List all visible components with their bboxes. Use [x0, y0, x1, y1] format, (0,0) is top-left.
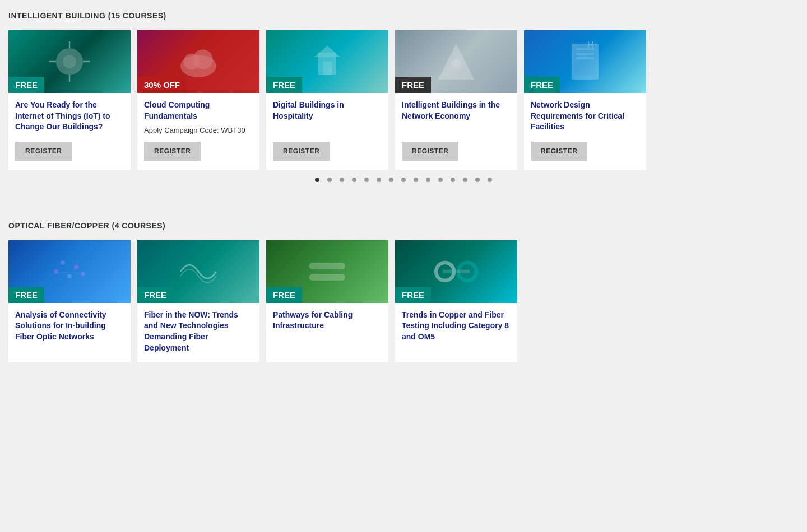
card-digital-buildings: FREE Digital Buildings in Hospitality RE…: [266, 30, 388, 170]
card-fiber-now-image: FREE: [137, 240, 259, 303]
svg-point-12: [452, 59, 461, 68]
card-intelligent-buildings-image: FREE: [395, 30, 517, 93]
network-design-register-button[interactable]: REGISTER: [531, 142, 587, 161]
card-iot-footer: REGISTER: [8, 142, 131, 170]
card-analysis: FREE Analysis of Connectivity Solutions …: [8, 240, 131, 362]
card-intelligent-buildings-footer: REGISTER: [395, 142, 517, 170]
card-intelligent-buildings-body: Intelligent Buildings in the Network Eco…: [395, 93, 517, 142]
dot-7[interactable]: [389, 178, 393, 182]
dot-3[interactable]: [340, 178, 344, 182]
dot-15[interactable]: [488, 178, 492, 182]
card-trends-copper-body: Trends in Copper and Fiber Testing Inclu…: [395, 303, 517, 362]
dot-12[interactable]: [451, 178, 455, 182]
optical-fiber-section: OPTICAL FIBER/COPPER (4 COURSES): [0, 210, 807, 368]
svg-rect-10: [323, 62, 332, 75]
card-digital-buildings-footer: REGISTER: [266, 142, 388, 170]
card-iot: FREE Are You Ready for the Internet of T…: [8, 30, 131, 170]
intelligent-buildings-title: Intelligent Buildings in the Network Eco…: [402, 100, 511, 122]
card-digital-buildings-image: FREE: [266, 30, 388, 93]
intelligent-building-title: INTELLIGENT BUILDING (15 COURSES): [8, 11, 799, 20]
card-intelligent-buildings: FREE Intelligent Buildings in the Networ…: [395, 30, 517, 170]
cloud-title: Cloud Computing Fundamentals: [144, 100, 253, 122]
svg-point-1: [63, 55, 76, 68]
dot-9[interactable]: [414, 178, 418, 182]
network-design-title: Network Design Requirements for Critical…: [531, 100, 639, 133]
card-analysis-body: Analysis of Connectivity Solutions for I…: [8, 303, 131, 362]
card-pathways-body: Pathways for Cabling Infrastructure: [266, 303, 388, 362]
pathways-title: Pathways for Cabling Infrastructure: [273, 310, 382, 332]
analysis-badge: FREE: [8, 287, 44, 303]
svg-rect-15: [576, 53, 594, 55]
card-trends-copper-image: FREE: [395, 240, 517, 303]
dot-10[interactable]: [426, 178, 430, 182]
card-iot-body: Are You Ready for the Internet of Things…: [8, 93, 131, 142]
svg-rect-24: [309, 263, 345, 269]
card-network-design-footer: REGISTER: [524, 142, 646, 170]
card-cloud-body: Cloud Computing Fundamentals Apply Campa…: [137, 93, 259, 142]
dot-5[interactable]: [364, 178, 369, 182]
iot-register-button[interactable]: REGISTER: [15, 142, 72, 161]
card-fiber-now-body: Fiber in the NOW: Trends and New Technol…: [137, 303, 259, 362]
card-pathways: FREE Pathways for Cabling Infrastructure: [266, 240, 388, 362]
intelligent-building-cards-row: FREE Are You Ready for the Internet of T…: [8, 30, 799, 170]
dot-13[interactable]: [463, 178, 467, 182]
card-network-design-image: H FREE: [524, 30, 646, 93]
optical-fiber-title: OPTICAL FIBER/COPPER (4 COURSES): [8, 221, 799, 230]
cloud-badge: 30% OFF: [137, 77, 187, 93]
trends-copper-badge: FREE: [395, 287, 431, 303]
digital-buildings-badge: FREE: [266, 77, 302, 93]
digital-buildings-title: Digital Buildings in Hospitality: [273, 100, 382, 122]
card-pathways-image: FREE: [266, 240, 388, 303]
digital-buildings-register-button[interactable]: REGISTER: [273, 142, 330, 161]
dot-11[interactable]: [438, 178, 443, 182]
intelligent-buildings-badge: FREE: [395, 77, 431, 93]
svg-rect-28: [443, 270, 470, 273]
card-network-design-body: Network Design Requirements for Critical…: [524, 93, 646, 142]
svg-rect-25: [309, 274, 345, 281]
optical-fiber-cards-row: FREE Analysis of Connectivity Solutions …: [8, 240, 799, 362]
dot-4[interactable]: [352, 178, 356, 182]
dot-6[interactable]: [377, 178, 381, 182]
card-analysis-image: FREE: [8, 240, 131, 303]
network-design-badge: FREE: [524, 77, 560, 93]
cloud-subtitle: Apply Campaign Code: WBT30: [144, 126, 253, 134]
iot-badge: FREE: [8, 77, 44, 93]
dot-1[interactable]: [315, 178, 319, 182]
intelligent-building-dots: [8, 170, 799, 193]
svg-point-19: [61, 260, 65, 265]
svg-point-8: [193, 49, 212, 69]
intelligent-buildings-register-button[interactable]: REGISTER: [402, 142, 458, 161]
card-iot-image: FREE: [8, 30, 131, 93]
card-trends-copper: FREE Trends in Copper and Fiber Testing …: [395, 240, 517, 362]
dot-2[interactable]: [327, 178, 332, 182]
trends-copper-title: Trends in Copper and Fiber Testing Inclu…: [402, 310, 511, 343]
fiber-now-badge: FREE: [137, 287, 173, 303]
svg-line-23: [56, 272, 83, 274]
card-cloud-image: 30% OFF: [137, 30, 259, 93]
card-network-design: H FREE Network Design Requirements for C…: [524, 30, 646, 170]
cloud-register-button[interactable]: REGISTER: [144, 142, 201, 161]
pathways-badge: FREE: [266, 287, 302, 303]
card-fiber-now: FREE Fiber in the NOW: Trends and New Te…: [137, 240, 259, 362]
iot-title: Are You Ready for the Internet of Things…: [15, 100, 124, 133]
dot-14[interactable]: [475, 178, 480, 182]
svg-text:H: H: [587, 40, 594, 50]
card-digital-buildings-body: Digital Buildings in Hospitality: [266, 93, 388, 142]
svg-point-20: [67, 274, 72, 278]
card-cloud-footer: REGISTER: [137, 142, 259, 170]
analysis-title: Analysis of Connectivity Solutions for I…: [15, 310, 124, 343]
intelligent-building-section: INTELLIGENT BUILDING (15 COURSES) FREE A…: [0, 0, 807, 199]
dot-8[interactable]: [401, 178, 406, 182]
svg-rect-16: [576, 57, 594, 59]
svg-point-21: [74, 265, 78, 269]
fiber-now-title: Fiber in the NOW: Trends and New Technol…: [144, 310, 253, 353]
card-cloud: 30% OFF Cloud Computing Fundamentals App…: [137, 30, 259, 170]
